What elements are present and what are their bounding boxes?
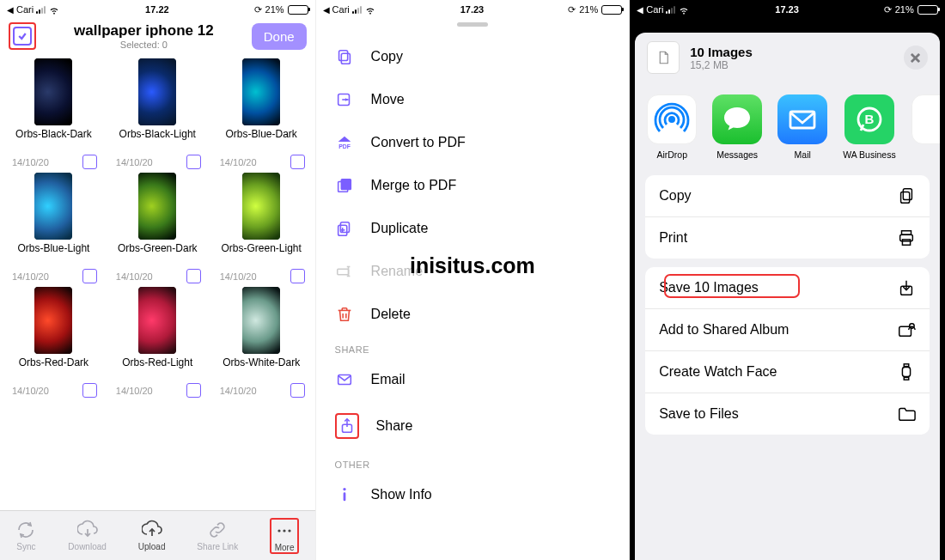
orientation-lock-icon: ⟳: [568, 4, 576, 15]
file-name: Orbs-Red-Light: [122, 357, 192, 381]
close-button[interactable]: [904, 46, 928, 70]
file-checkbox[interactable]: [186, 383, 201, 398]
document-icon: [647, 41, 680, 74]
section-other: OTHER: [316, 451, 630, 473]
file-cell[interactable]: Orbs-Blue-Light 14/10/20: [3, 173, 104, 283]
highlight-more: More: [270, 518, 299, 554]
action-email-label: Email: [371, 372, 405, 387]
back-app-label[interactable]: Cari: [332, 4, 350, 15]
app-messages[interactable]: Messages: [712, 94, 762, 160]
file-checkbox[interactable]: [290, 269, 305, 283]
share-apps-row[interactable]: AirDrop Messages Mail B WA Business: [635, 82, 940, 167]
mail-icon: [777, 94, 827, 144]
status-bar: ◀ Cari 17.23 ⟳ 21%: [316, 0, 630, 19]
file-cell[interactable]: Orbs-White-Dark 14/10/20: [211, 287, 312, 398]
file-cell[interactable]: Orbs-Red-Light 14/10/20: [107, 287, 208, 398]
file-cell[interactable]: Orbs-Red-Dark 14/10/20: [3, 287, 104, 398]
link-icon: [207, 520, 228, 540]
tab-sync[interactable]: Sync: [15, 520, 36, 551]
tab-download[interactable]: Download: [68, 520, 106, 551]
svg-point-24: [343, 488, 345, 490]
action-duplicate[interactable]: Duplicate: [316, 207, 630, 250]
trash-icon: [335, 305, 354, 324]
share-action-copy[interactable]: Copy: [645, 175, 930, 217]
back-app-label[interactable]: Cari: [646, 4, 663, 15]
app-airdrop[interactable]: AirDrop: [647, 94, 697, 160]
whatsapp-icon: B: [844, 94, 894, 144]
file-checkbox[interactable]: [186, 269, 201, 283]
app-more-peek[interactable]: [911, 94, 940, 160]
svg-text:B: B: [865, 112, 875, 126]
tab-sharelink[interactable]: Share Link: [197, 520, 238, 551]
svg-rect-43: [904, 377, 909, 380]
action-show-info-label: Show Info: [371, 487, 432, 502]
action-share[interactable]: Share: [316, 401, 630, 451]
status-bar: ◀ Cari 17.23 ⟳ 21%: [630, 0, 945, 19]
file-cell[interactable]: Orbs-Blue-Dark 14/10/20: [211, 58, 312, 169]
svg-rect-42: [904, 364, 909, 367]
file-checkbox[interactable]: [82, 383, 97, 398]
merge-icon: [335, 176, 354, 195]
file-cell[interactable]: Orbs-Black-Light 14/10/20: [107, 58, 208, 169]
app-wa-business[interactable]: B WA Business: [843, 94, 895, 160]
tab-upload[interactable]: Upload: [138, 520, 166, 551]
back-caret-icon[interactable]: ◀: [7, 5, 14, 15]
share-action-save-files[interactable]: Save to Files: [645, 393, 930, 435]
action-convert-pdf[interactable]: PDF Convert to PDF: [316, 121, 630, 164]
file-cell[interactable]: Orbs-Green-Dark 14/10/20: [107, 173, 208, 283]
back-app-label[interactable]: Cari: [16, 4, 34, 15]
file-thumbnail: [242, 58, 280, 125]
file-date: 14/10/20: [220, 271, 257, 282]
select-all-button[interactable]: [13, 27, 32, 46]
back-caret-icon[interactable]: ◀: [323, 5, 330, 15]
battery-icon: [288, 5, 308, 15]
shared-album-icon: [897, 320, 916, 339]
info-icon: [335, 485, 354, 504]
done-button[interactable]: Done: [252, 23, 307, 50]
battery-percent: 21%: [265, 4, 284, 15]
action-show-info[interactable]: Show Info: [316, 473, 630, 516]
file-checkbox[interactable]: [290, 383, 305, 398]
svg-text:PDF: PDF: [338, 143, 351, 149]
share-action-shared-album[interactable]: Add to Shared Album: [645, 309, 930, 351]
file-cell[interactable]: Orbs-Black-Dark 14/10/20: [3, 58, 104, 169]
duplicate-icon: [335, 219, 354, 238]
file-name: Orbs-Green-Light: [221, 243, 301, 267]
back-caret-icon[interactable]: ◀: [637, 5, 643, 15]
action-merge-pdf[interactable]: Merge to PDF: [316, 164, 630, 207]
file-name: Orbs-Black-Light: [119, 129, 196, 153]
panel-action-sheet: ◀ Cari 17.23 ⟳ 21% Copy Move PDF Convert…: [315, 0, 631, 560]
share-action-print[interactable]: Print: [645, 217, 930, 259]
email-icon: [335, 370, 354, 389]
action-delete[interactable]: Delete: [316, 293, 630, 336]
file-thumbnail: [138, 173, 176, 240]
orientation-lock-icon: ⟳: [254, 4, 262, 15]
panel-file-browser: ◀ Cari 17.22 ⟳ 21% wallpaper iphone 12 S…: [0, 0, 315, 560]
tab-more[interactable]: More: [274, 520, 295, 552]
action-copy[interactable]: Copy: [316, 35, 630, 78]
file-thumbnail: [34, 58, 72, 125]
svg-rect-3: [341, 53, 350, 64]
sheet-grabber[interactable]: [457, 22, 488, 27]
share-action-copy-label: Copy: [659, 188, 691, 204]
file-checkbox[interactable]: [82, 269, 97, 283]
file-thumbnail: [34, 287, 72, 354]
file-checkbox[interactable]: [82, 155, 97, 169]
action-copy-label: Copy: [371, 49, 403, 64]
svg-point-2: [288, 529, 290, 532]
orientation-lock-icon: ⟳: [884, 4, 892, 15]
share-action-watch-face[interactable]: Create Watch Face: [645, 351, 930, 393]
file-name: Orbs-White-Dark: [223, 357, 300, 381]
file-date: 14/10/20: [116, 271, 153, 282]
app-airdrop-label: AirDrop: [656, 149, 687, 160]
action-duplicate-label: Duplicate: [371, 221, 429, 236]
bottom-toolbar: Sync Download Upload Share Link More: [0, 510, 315, 560]
file-cell[interactable]: Orbs-Green-Light 14/10/20: [211, 173, 312, 283]
tab-more-label: More: [275, 543, 295, 552]
app-mail[interactable]: Mail: [777, 94, 827, 160]
action-email[interactable]: Email: [316, 358, 630, 401]
action-move[interactable]: Move: [316, 78, 630, 121]
file-checkbox[interactable]: [290, 155, 305, 169]
file-checkbox[interactable]: [186, 155, 201, 169]
svg-rect-36: [902, 240, 910, 245]
